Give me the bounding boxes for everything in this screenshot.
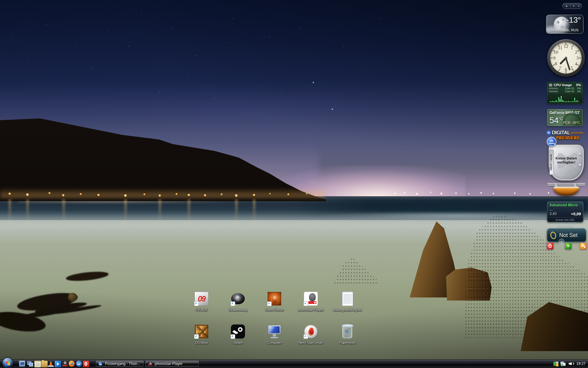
shortcut-arrow-icon [303,301,308,306]
shortcut-arrow-icon [267,301,272,306]
tv-tipps-badge[interactable]: TV TIPPS ▼ [547,137,556,147]
desktop-icon-risen-demo[interactable]: Risen Demo [258,291,291,312]
stock-price: 3,40 [549,212,556,216]
tv-brand-suffix: SELECTION [571,132,583,134]
light-reflection [235,199,238,225]
quicklaunch-opera-icon[interactable] [83,361,89,367]
quicklaunch-firefox-icon[interactable] [69,361,75,367]
prev-page-button[interactable]: ◄ [571,5,576,7]
weather-location: Novosibirsk, RUS [546,28,583,32]
desktop-icon-papierkorb[interactable]: Papierkorb [330,324,364,344]
tv-program-gadget[interactable]: tv DIGITAL SELECTION PREMIERE TV TIPPS ▼… [547,130,586,201]
core1-label: Core #1 [565,87,574,90]
light-reflection [188,199,190,225]
windows-flag-icon [6,361,10,366]
divider [549,217,581,217]
volume-icon[interactable] [569,361,574,366]
core2-value: 0% [574,90,581,93]
profile-label: Not Set [559,232,578,239]
refresh-icon[interactable]: ✳ [565,243,572,250]
tray-clock[interactable]: 19:27 [576,362,586,366]
stock-change: +0,09 [571,212,581,216]
tv-logo-icon: tv [547,131,551,135]
shortcut-arrow-icon [194,334,199,339]
thunderbird-icon [98,362,102,366]
shortcut-arrow-icon [303,334,308,339]
network-icon[interactable] [560,361,567,366]
ring-icon [549,231,557,240]
weather-gadget[interactable]: -13° Novosibirsk, RUS [546,15,583,34]
key-icon[interactable] [580,243,587,250]
shortcut-arrow-icon [194,301,199,306]
desktop-icon-steam[interactable]: Steam [221,324,255,344]
cpu-chip-icon [549,83,552,87]
start-button[interactable] [2,358,13,368]
desktop-icon-phonostar[interactable]: phonostar-Player [294,291,328,312]
desktop-icon-nero-startsmart[interactable]: Nero StartSmart [294,324,328,344]
cpu-usage-gadget[interactable]: CPU Usage 0% Core #1 0% Core #2 0% [547,82,583,104]
desktop-icon-urban-exploring-txt[interactable]: urban_exploring.txt [330,291,364,312]
desktop-icon-drakensang[interactable]: Drakensang [221,291,255,312]
tv-shield-panel: Keine Daten verfügbar! NEXT \ NOW [548,144,584,181]
power-icon[interactable] [547,243,554,250]
rivet-icon [579,164,582,167]
light-reflection [62,199,65,225]
computer-icon [267,324,282,339]
tv-brand: DIGITAL [552,130,570,136]
chevron-down-icon: ▼ [547,145,556,147]
quicklaunch-thunderbird-icon[interactable] [76,361,82,367]
clock-gadget[interactable]: 12 1 2 3 4 5 6 7 8 9 10 11 [547,39,585,77]
desktop-icon-dosbox[interactable]: B DOS X DOSbox [185,324,218,344]
taskbar-button-thunderbird[interactable]: Posteingang - Thun... [96,360,144,367]
quicklaunch-notepad-icon[interactable] [34,361,41,367]
add-gadget-button[interactable]: + [563,4,571,8]
quicklaunch-folder-icon[interactable] [41,361,48,367]
city-lights-glow [0,188,325,198]
city-lights-right [0,0,1,1]
system-tray: 19:27 [553,359,586,368]
phonostar-icon [148,362,152,366]
clock-center-cap [565,57,567,59]
quicklaunch-phonostar-icon[interactable] [62,361,68,367]
light-reflection [159,199,161,225]
quicklaunch-switch-windows-icon[interactable] [27,361,33,367]
cpu-graph-bars [549,94,581,102]
gadget-quick-icons: ✳ [547,243,587,250]
weather-temperature: -13° [566,15,581,25]
gpu-temperature-gadget[interactable]: GeForce 8800 GT 54°C PCB: 38°C [547,109,583,126]
gpu-pcb-temperature: PCB: 38°C [563,121,580,125]
profile-gadget[interactable]: Not Set ▲ [547,228,586,242]
quicklaunch-vlc-icon[interactable] [48,361,54,367]
tv-edition: PREMIERE [556,135,586,140]
shortcut-arrow-icon [231,301,235,306]
core1-value: 0% [574,87,581,90]
light-reflection [9,199,11,225]
light-reflection [26,199,29,225]
light-reflection [124,199,127,225]
stock-name[interactable]: Advanced Micro ... [549,203,581,212]
tv-bowl [553,186,579,196]
cpu-total-value: 0% [576,83,581,87]
desktop-screen: + ◄ ► -13° Novosibirsk, RUS 12 1 2 3 4 5… [0,0,588,368]
rivet-icon [579,153,582,155]
tv-next-now-tab[interactable]: NEXT \ NOW [549,150,554,175]
core2-label: Core #2 [565,90,574,93]
quicklaunch-media-player-icon[interactable] [55,361,61,367]
stock-footnote: Kurse von IDC Comstock, 20 Min. Verzöger… [549,218,581,228]
core2-meter [549,91,558,92]
tv-no-data-message: Keine Daten verfügbar! [549,156,584,164]
quicklaunch-show-desktop-icon[interactable] [19,361,25,367]
desktop-icon-fifa09[interactable]: 09 FIFA 09 [185,291,218,312]
desktop-icon-computer[interactable]: Computer [258,324,291,344]
stock-ticker-gadget[interactable]: Advanced Micro ... 3,40 +0,09 Kurse von … [547,201,583,222]
core1-meter [549,88,558,89]
tv-stand-bars [547,183,585,186]
cpu-title: CPU Usage [554,83,572,87]
shortcut-arrow-icon [231,334,235,339]
kelp-bulb [68,293,77,301]
next-page-button[interactable]: ► [576,5,582,7]
sidebar-controls[interactable]: + ◄ ► [562,3,582,9]
tray-gadget-icon[interactable] [553,362,558,366]
taskbar-button-phonostar[interactable]: phonostar-Player [145,360,199,367]
text-file-icon [342,292,353,306]
